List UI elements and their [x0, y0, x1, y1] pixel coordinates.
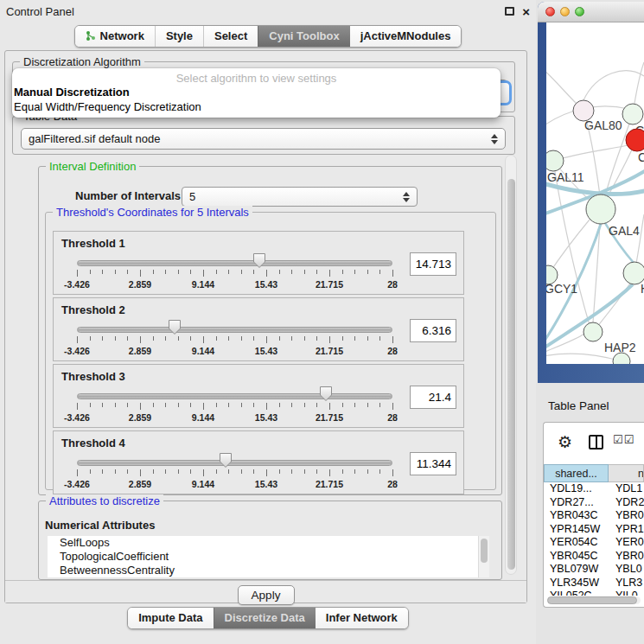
cell-name[interactable]: YDR2 [609, 496, 644, 510]
zoom-traffic-light-icon[interactable] [575, 7, 584, 16]
cell-shared-name[interactable]: YDR27... [544, 496, 609, 510]
threshold-slider[interactable]: -3.4262.8599.14415.4321.71528 [77, 319, 392, 359]
network-node-gal4[interactable] [586, 194, 615, 224]
select-columns-checkboxes-icon[interactable]: ☑☑ [613, 433, 634, 446]
cell-name[interactable]: YLR3 [609, 577, 644, 590]
attribute-list-item[interactable]: BetweennessCentrality [48, 564, 489, 577]
slider-track [77, 327, 392, 333]
attribute-list-item[interactable]: TopologicalCoefficient [48, 550, 489, 564]
cell-name[interactable]: YPR1 [609, 523, 644, 537]
cell-shared-name[interactable]: YBR043C [544, 509, 609, 523]
table-row[interactable]: YBR045CYBR0 [544, 550, 644, 564]
table-panel: ⚙ ☑☑ shared... na YDL19...YDL1YDR27...YD… [543, 422, 644, 608]
attribute-list-item[interactable]: SelfLoops [48, 536, 489, 550]
group-title: Discretization Algorithm [20, 55, 144, 68]
number-of-intervals-combobox[interactable]: 5 [182, 187, 418, 207]
cell-shared-name[interactable]: YIL052C [544, 590, 609, 596]
cell-name[interactable]: YBL0 [609, 563, 644, 577]
attributes-list-scrollbar[interactable] [478, 536, 489, 577]
threshold-value-field[interactable]: 6.316 [410, 319, 456, 342]
network-view-window: GAL80GACGAL11GAL4GCY1HHAP2 [538, 2, 644, 383]
cell-name[interactable]: YBR0 [609, 550, 644, 564]
threshold-box-1: Threshold 1-3.4262.8599.14415.4321.71528… [53, 231, 464, 295]
network-node-gal11[interactable] [546, 150, 564, 171]
scrollbar-thumb[interactable] [507, 179, 515, 570]
table-data-combobox[interactable]: galFiltered.sif default node [21, 128, 506, 150]
table-row[interactable]: YDL19...YDL1 [544, 482, 644, 496]
float-window-icon[interactable] [505, 7, 514, 16]
table-row[interactable]: YLR345WYLR3 [544, 577, 644, 590]
network-node-c[interactable] [626, 129, 644, 151]
slider-handle[interactable] [319, 386, 333, 402]
slider-handle[interactable] [168, 319, 182, 335]
table-row[interactable]: YPR145WYPR1 [544, 523, 644, 537]
threshold-slider[interactable]: -3.4262.8599.14415.4321.71528 [77, 252, 392, 292]
threshold-slider[interactable]: -3.4262.8599.14415.4321.71528 [77, 386, 392, 425]
group-title: Attributes to discretize [46, 494, 163, 507]
tab-impute-data[interactable]: Impute Data [128, 608, 213, 628]
threshold-slider[interactable]: -3.4262.8599.14415.4321.71528 [77, 452, 392, 492]
network-node-hap2[interactable] [583, 322, 603, 341]
scrollbar-thumb[interactable] [547, 596, 637, 604]
top-tabbar: NetworkStyleSelectCyni ToolboxjActiveMNo… [0, 25, 536, 48]
network-canvas[interactable]: GAL80GACGAL11GAL4GCY1HHAP2 [546, 22, 644, 364]
threshold-value-field[interactable]: 11.344 [410, 452, 456, 475]
column-header-shared-name[interactable]: shared... [544, 464, 609, 482]
table-horizontal-scrollbar[interactable] [547, 596, 641, 604]
table-row[interactable]: YIL052CYIL0 [544, 590, 644, 596]
tab-infer-network[interactable]: Infer Network [316, 608, 408, 628]
cell-shared-name[interactable]: YBR045C [544, 550, 609, 564]
threshold-value-field[interactable]: 14.713 [410, 252, 456, 276]
tab-label: jActiveMNodules [360, 29, 451, 42]
cell-name[interactable]: YDL1 [609, 482, 644, 496]
table-row[interactable]: YBL079WYBL0 [544, 563, 644, 577]
table-row[interactable]: YBR043CYBR0 [544, 509, 644, 523]
close-traffic-light-icon[interactable] [545, 7, 555, 16]
cell-shared-name[interactable]: YDL19... [544, 482, 609, 496]
algorithm-popup: Select algorithm to view settings Manual… [12, 68, 501, 118]
network-icon [86, 30, 96, 41]
node-label: HAP2 [604, 341, 636, 354]
combobox-arrows-icon [491, 134, 498, 144]
table-row[interactable]: YER054CYER0 [544, 536, 644, 550]
tab-cyni-toolbox[interactable]: Cyni Toolbox [258, 26, 349, 47]
node-label: GCY1 [546, 282, 577, 296]
network-edge-highlighted[interactable] [546, 183, 644, 194]
bottom-tabbar: Impute DataDiscretize DataInfer Network [0, 607, 536, 629]
attributes-list[interactable]: SelfLoopsTopologicalCoefficientBetweenne… [48, 536, 489, 577]
cell-name[interactable]: YER0 [609, 536, 644, 550]
popup-option-manual-discretization[interactable]: Manual Discretization [14, 86, 130, 99]
network-node-ga[interactable] [622, 104, 643, 124]
network-edge[interactable] [546, 354, 622, 361]
column-header-name[interactable]: na [609, 464, 644, 482]
minimize-traffic-light-icon[interactable] [560, 7, 570, 16]
popup-option-equal-width-frequency[interactable]: Equal Width/Frequency Discretization [14, 100, 201, 113]
group-title: Threshold's Coordinates for 5 Intervals [53, 206, 252, 219]
slider-handle[interactable] [252, 252, 266, 269]
tab-label: Infer Network [326, 611, 398, 624]
apply-button[interactable]: Apply [238, 585, 295, 605]
tab-style[interactable]: Style [155, 26, 203, 47]
columns-icon[interactable] [589, 435, 603, 450]
cell-name[interactable]: YIL0 [609, 590, 644, 596]
cell-shared-name[interactable]: YBL079W [544, 563, 609, 577]
close-icon[interactable]: × [522, 5, 530, 18]
tab-select[interactable]: Select [203, 26, 258, 47]
slider-track [77, 260, 392, 266]
threshold-value-field[interactable]: 21.4 [410, 386, 456, 409]
table-panel-title: Table Panel [538, 393, 644, 418]
tab-jactivemnodules[interactable]: jActiveMNodules [350, 26, 462, 47]
network-edge[interactable] [583, 71, 644, 100]
table-row[interactable]: YDR27...YDR2 [544, 496, 644, 510]
panel-vertical-scrollbar[interactable] [505, 155, 517, 575]
cell-name[interactable]: YBR0 [609, 509, 644, 523]
gear-icon[interactable]: ⚙ [558, 430, 572, 456]
control-panel-titlebar: Control Panel × [0, 0, 536, 22]
slider-handle[interactable] [219, 452, 233, 469]
tab-discretize-data[interactable]: Discretize Data [214, 608, 316, 628]
cell-shared-name[interactable]: YPR145W [544, 523, 609, 537]
node-label: C [638, 150, 644, 164]
tab-network[interactable]: Network [75, 26, 155, 47]
cell-shared-name[interactable]: YLR345W [544, 577, 609, 590]
cell-shared-name[interactable]: YER054C [544, 536, 609, 550]
